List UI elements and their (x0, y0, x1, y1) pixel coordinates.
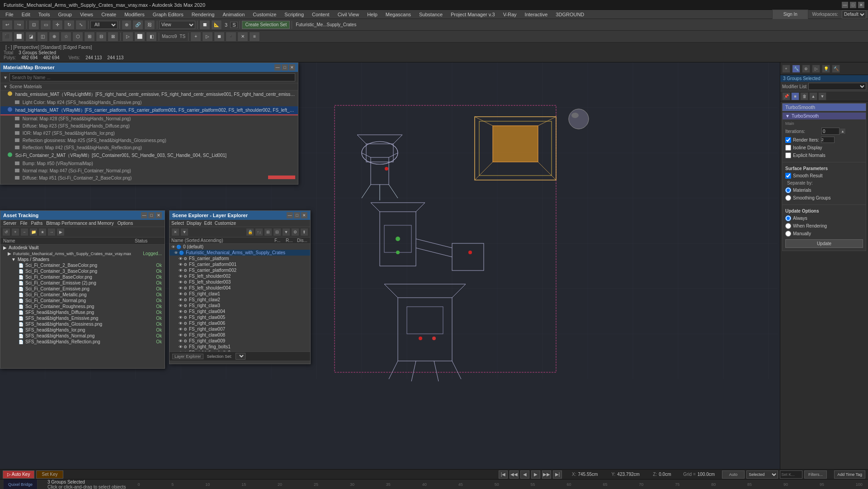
rs-modify-icon[interactable]: 🔧 (792, 65, 800, 73)
undo-button[interactable]: ↩ (2, 20, 13, 30)
menu-tools[interactable]: Tools (35, 10, 54, 19)
menu-content[interactable]: Content (308, 10, 333, 19)
extra-btn-6[interactable]: ≡ (249, 32, 260, 42)
menu-project-manager[interactable]: Project Manager v.3 (447, 10, 499, 19)
at-bitmap-perf[interactable]: Bitmap Performance and Memory (46, 221, 114, 226)
obj-btn-5[interactable]: ⊕ (49, 32, 60, 42)
se-obj-9[interactable]: 👁 ⚙ FS_right_claw3 (170, 303, 310, 309)
extra-btn-3[interactable]: ⏹ (214, 32, 225, 42)
add-time-tag-btn[interactable]: Add Time Tag (834, 470, 865, 479)
se-expand-btn[interactable]: ⊞ (264, 228, 272, 236)
se-settings-btn[interactable]: ⚙ (291, 228, 299, 236)
obj-btn-7[interactable]: ⬡ (72, 32, 83, 42)
scene-explorer-close[interactable]: ✕ (301, 212, 307, 218)
smoothing-groups-radio-input[interactable] (785, 195, 791, 201)
at-remove-btn[interactable]: − (20, 228, 28, 236)
se-collapse-btn[interactable]: ⊟ (273, 228, 281, 236)
mat-diffuse-51[interactable]: Diffuse: Map #51 (Sci-Fi_Container_2_Bas… (0, 175, 298, 182)
se-customize[interactable]: Customize (215, 221, 236, 226)
se-obj-13[interactable]: 👁 ⚙ FS_right_claw007 (170, 326, 310, 332)
at-file-14[interactable]: 📄SFS_head&bigHands_Reflection.png Ok (0, 339, 165, 345)
menu-substance[interactable]: Substance (415, 10, 446, 19)
asset-tracking-minimize[interactable]: — (141, 212, 147, 218)
time-config-btn[interactable]: Auto (722, 470, 745, 479)
material-browser-header[interactable]: Material/Map Browser — □ ✕ (0, 63, 298, 72)
se-filter-btn[interactable]: ▼ (282, 228, 290, 236)
at-file-6[interactable]: 📄Sci_Fi_Container_Metallic.png Ok (0, 292, 165, 298)
se-layer-default[interactable]: 👁 🔵 0 (default) (170, 244, 310, 250)
at-file-11[interactable]: 📄SFS_head&bigHands_Glossiness.png Ok (0, 321, 165, 327)
render-btn-1[interactable]: ▷ (123, 32, 133, 42)
extra-btn-1[interactable]: + (190, 32, 201, 42)
modifier-up-icon[interactable]: ▲ (809, 92, 817, 100)
rs-utilities-icon[interactable]: 🔨 (832, 65, 840, 73)
menu-customize[interactable]: Customize (249, 10, 280, 19)
at-file-13[interactable]: 📄SFS_head&bigHands_Normal.png Ok (0, 333, 165, 339)
menu-scripting[interactable]: Scripting (281, 10, 307, 19)
se-export-btn[interactable]: ⬆ (300, 228, 308, 236)
at-refresh-btn[interactable]: ↺ (2, 228, 10, 236)
isoline-display-checkbox[interactable] (785, 145, 791, 151)
menu-rendering[interactable]: Rendering (188, 10, 218, 19)
timeline-numbers[interactable]: 0 5 10 15 20 25 30 35 40 45 50 55 60 65 … (136, 482, 864, 487)
at-maps-shaders[interactable]: ▼Maps / Shaders (0, 256, 165, 262)
at-add-btn[interactable]: + (11, 228, 19, 236)
materials-radio-input[interactable] (785, 187, 791, 193)
turbosmooth-modifier[interactable]: TurboSmooth (782, 103, 866, 111)
menu-vray[interactable]: V-Ray (500, 10, 520, 19)
at-paths[interactable]: Paths (31, 221, 43, 226)
material-browser-maximize[interactable]: □ (282, 64, 288, 71)
se-obj-15[interactable]: 👁 ⚙ FS_right_claw009 (170, 338, 310, 344)
anim-key-btn[interactable]: ▷ Auto Key (3, 470, 34, 479)
mat-reflection-gloss-25[interactable]: Reflection glossiness: Map #25 (SFS_head… (0, 137, 298, 144)
se-group-main[interactable]: 👁 🔵 Futuristic_Mechanical_Arms_with_Supp… (170, 250, 310, 256)
sign-in-button[interactable]: Sign In (772, 9, 808, 19)
viewport[interactable]: Material/Map Browser — □ ✕ ▼ ▼ Scene Mat… (0, 62, 780, 469)
menu-modifiers[interactable]: Modifiers (121, 10, 148, 19)
render-iters-checkbox[interactable] (785, 137, 791, 143)
update-button[interactable]: Update (785, 239, 863, 248)
create-selection-set-button[interactable]: Create Selection Set (242, 21, 290, 29)
angle-snap[interactable]: 📐 (211, 20, 222, 30)
modifier-active-icon[interactable]: ■ (791, 92, 799, 100)
maximize-button[interactable]: □ (850, 2, 856, 8)
at-server[interactable]: Server (3, 221, 16, 226)
mat-light-color[interactable]: Light Color: Map #24 (SFS_head&bigHands_… (0, 99, 298, 106)
close-button[interactable]: ✕ (858, 2, 864, 8)
obj-btn-1[interactable]: ⬛ (2, 32, 13, 42)
at-options[interactable]: Options (118, 221, 133, 226)
mat-diffuse-23[interactable]: Diffuse: Map #23 (SFS_head&bigHands_Diff… (0, 123, 298, 130)
se-obj-16[interactable]: 👁 ⚙ FS_right_fing_bolts1 (170, 344, 310, 350)
se-obj-8[interactable]: 👁 ⚙ FS_right_claw2 (170, 297, 310, 303)
mat-normal-28[interactable]: Normal: Map #28 (SFS_head&bigHands_Norma… (0, 115, 298, 123)
at-right-btn[interactable]: ▶ (57, 228, 65, 236)
se-display[interactable]: Display (187, 221, 202, 226)
menu-animation[interactable]: Animation (219, 10, 248, 19)
turbosmooth-header[interactable]: ▼ TurboSmooth (783, 113, 866, 119)
se-down-btn[interactable]: ▼ (180, 228, 189, 236)
unlink-button[interactable]: ⛓ (144, 20, 155, 30)
se-arrows-btn[interactable]: ↑↓ (255, 228, 263, 236)
modifier-pin-icon[interactable]: 📌 (782, 92, 790, 100)
se-obj-14[interactable]: 👁 ⚙ FS_right_claw008 (170, 332, 310, 338)
obj-btn-10[interactable]: ⊠ (108, 32, 118, 42)
mat-bump-50[interactable]: Bump: Map #50 (VRayNormalMap) (0, 160, 298, 167)
selection-dropdown[interactable]: Selected (746, 470, 778, 479)
at-file-1[interactable]: 📄Sci_Fi_Container_2_BaseColor.png Ok (0, 262, 165, 268)
menu-civil-view[interactable]: Civil View (334, 10, 363, 19)
modifier-down-icon[interactable]: ▼ (818, 92, 826, 100)
extra-btn-4[interactable]: ◾ (226, 32, 236, 42)
select-button[interactable]: ⊡ (28, 20, 39, 30)
menu-views[interactable]: Views (76, 10, 97, 19)
modifier-delete-icon[interactable]: 🗑 (800, 92, 808, 100)
menu-edit[interactable]: Edit (18, 10, 34, 19)
anim-prev-key[interactable]: ◀◀ (509, 470, 519, 479)
obj-btn-2[interactable]: ⬜ (14, 32, 24, 42)
mat-sci-fi-container-2[interactable]: Sci-Fi_Container_2_MAT（VRayMtl）[SC_Conta… (0, 152, 298, 160)
at-folder-btn[interactable]: 📁 (29, 228, 38, 236)
se-close-btn[interactable]: ✕ (171, 228, 179, 236)
rotate-button[interactable]: ↻ (64, 20, 75, 30)
at-autodesk-vault[interactable]: ▶Autodesk Vault (0, 245, 165, 251)
select-obj-button[interactable]: ⊕ (122, 20, 132, 30)
at-highlight-btn[interactable]: ★ (38, 228, 47, 236)
